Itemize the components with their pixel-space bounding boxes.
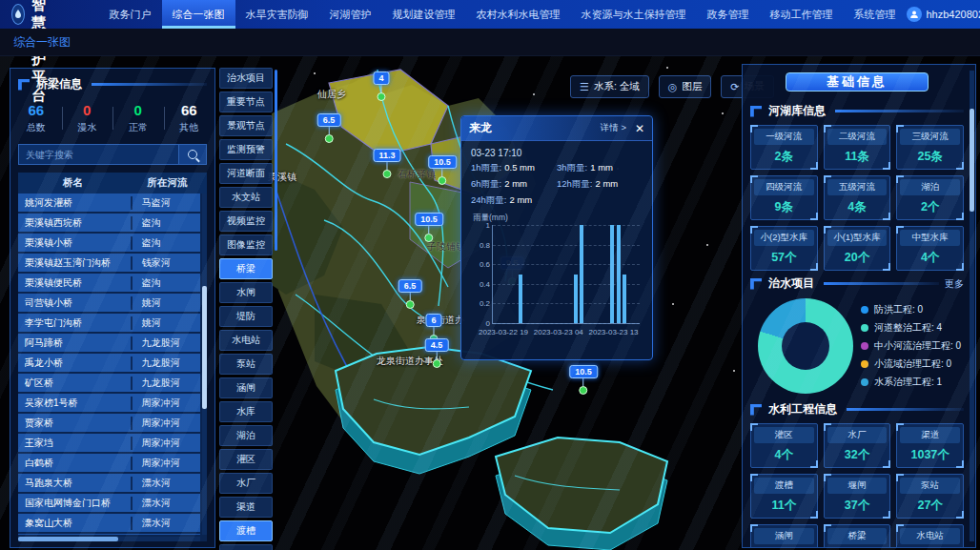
table-row[interactable]: 吴家榜1号桥周家冲河 <box>18 394 200 412</box>
user-menu[interactable]: hhzb42080201 ∨ <box>907 0 980 29</box>
nav-tab[interactable]: 移动工作管理 <box>760 0 844 29</box>
layer-menu-item[interactable]: 水电站 <box>219 330 273 351</box>
map-control-button[interactable]: ☰水系: 全域 <box>570 75 649 98</box>
map-control-button[interactable]: ◎图层 <box>659 75 712 98</box>
map-marker[interactable]: 6.5 <box>398 275 422 309</box>
info-card[interactable]: 四级河流9条 <box>750 175 818 220</box>
layer-menu-item[interactable]: 水文站 <box>219 187 273 208</box>
table-row[interactable]: 矿区桥九龙股河 <box>18 374 200 392</box>
info-card[interactable]: 堰闸37个 <box>824 474 891 519</box>
info-card[interactable]: 二级河流11条 <box>824 125 891 170</box>
layer-menu-item[interactable]: 景观节点 <box>219 115 273 136</box>
table-row[interactable]: 白鹤桥周家冲河 <box>18 454 200 472</box>
table-row[interactable]: 栗溪镇赵玉湾门沟桥钱家河 <box>18 254 200 272</box>
layer-menu-item[interactable]: 治水项目 <box>219 68 273 89</box>
table-row[interactable]: 姚河发灌桥马盗河 <box>18 194 200 212</box>
breadcrumb[interactable]: 综合一张图 <box>13 34 71 51</box>
info-card[interactable]: 三级河流25条 <box>896 125 964 170</box>
marker-stem <box>328 127 329 134</box>
info-card[interactable]: 灌区4个 <box>750 423 818 468</box>
info-card[interactable]: 水厂32个 <box>824 423 891 468</box>
table-vertical-scrollbar[interactable] <box>202 194 207 535</box>
layer-menu-item[interactable]: 泵站 <box>219 354 273 375</box>
map-marker[interactable]: 10.5 <box>428 152 457 185</box>
table-row[interactable]: 禹龙小桥九龙股河 <box>18 354 200 372</box>
layer-menu-item[interactable]: 渡槽 <box>219 520 273 541</box>
projects-more-link[interactable]: 更多 <box>945 277 964 291</box>
table-horizontal-scrollbar[interactable] <box>18 537 200 541</box>
info-card[interactable]: 一级河流2条 <box>750 125 818 170</box>
layer-menu-item[interactable]: 灌区 <box>219 449 273 470</box>
stat-label: 总数 <box>10 121 62 134</box>
layer-menu-item[interactable]: 涵闸 <box>219 377 273 398</box>
map-marker[interactable]: 10.5 <box>415 209 443 242</box>
nav-tab[interactable]: 政务门户 <box>99 0 162 29</box>
info-card[interactable]: 小(1)型水库20个 <box>824 226 891 271</box>
layer-menu-item[interactable]: 水库 <box>219 401 273 422</box>
info-card[interactable]: 渠道1037个 <box>896 423 964 468</box>
info-card[interactable]: 小(2)型水库57个 <box>750 226 818 271</box>
layer-menu-item[interactable]: 渠道 <box>219 497 273 518</box>
table-row[interactable]: 仙居5号堰便桥漂水河 <box>18 534 200 535</box>
info-card[interactable]: 五级河流4条 <box>824 175 891 220</box>
layer-menu-scrollbar[interactable] <box>275 70 277 251</box>
info-card[interactable]: 泵站27个 <box>896 474 964 519</box>
layer-menu-item[interactable]: 视频监控 <box>219 211 273 232</box>
layer-menu-item[interactable]: 河道断面 <box>219 163 273 184</box>
nav-tab[interactable]: 系统管理 <box>844 0 907 29</box>
nav-tab[interactable]: 规划建设管理 <box>382 0 466 29</box>
marker-dot-icon <box>405 300 414 309</box>
basic-info-button[interactable]: 基础信息 <box>786 72 929 92</box>
popup-details-link[interactable]: 详情 > <box>601 122 626 134</box>
table-row[interactable]: 王家垱周家冲河 <box>18 434 200 452</box>
nav-tab[interactable]: 水旱灾害防御 <box>235 0 319 29</box>
nav-tab[interactable]: 综合一张图 <box>162 0 235 29</box>
map-marker[interactable]: 4 <box>373 68 389 101</box>
map-marker[interactable]: 6.5 <box>317 110 341 143</box>
info-card[interactable]: 桥梁66个 <box>824 524 891 548</box>
column-header-bridge: 桥名 <box>18 176 128 190</box>
table-row[interactable]: 栗溪镇小桥盗沟 <box>18 234 200 252</box>
table-row[interactable]: 栗溪镇便民桥盗沟 <box>18 274 200 292</box>
layer-menu-item[interactable]: 堰闸 <box>219 544 273 550</box>
table-row[interactable]: 马跑泉大桥漂水河 <box>18 474 200 492</box>
nav-tab[interactable]: 政务管理 <box>697 0 760 29</box>
close-icon[interactable]: ✕ <box>635 123 644 134</box>
card-label: 湖泊 <box>900 179 960 195</box>
user-avatar-icon <box>907 7 922 22</box>
info-card[interactable]: 湖泊2个 <box>896 175 964 220</box>
info-card[interactable]: 中型水库4个 <box>896 226 964 271</box>
header-line <box>92 83 207 86</box>
table-row[interactable]: 司营镇小桥姚河 <box>18 294 200 312</box>
layer-menu-item[interactable]: 湖泊 <box>219 425 273 446</box>
layer-menu-item[interactable]: 堤防 <box>219 306 273 327</box>
map-marker[interactable]: 4.5 <box>425 335 449 368</box>
info-card[interactable]: 涵闸47个 <box>750 524 818 548</box>
table-row[interactable]: 贾家桥周家冲河 <box>18 414 200 432</box>
map-marker[interactable]: 11.3 <box>373 145 400 178</box>
table-row[interactable]: 阿马蹄桥九龙股河 <box>18 334 200 352</box>
search-button[interactable] <box>178 144 207 165</box>
layer-menu-item[interactable]: 水厂 <box>219 473 273 494</box>
table-row[interactable]: 国家电网博金门口桥漂水河 <box>18 494 200 512</box>
map-marker[interactable]: 10.5 <box>569 361 598 395</box>
search-input[interactable] <box>18 144 178 165</box>
table-row[interactable]: 栗溪镇西垸桥盗沟 <box>18 214 200 232</box>
info-card[interactable]: 水电站3个 <box>896 524 964 548</box>
nav-tab[interactable]: 农村水利水电管理 <box>466 0 571 29</box>
layer-menu-item[interactable]: 重要节点 <box>219 92 273 112</box>
layer-menu-item[interactable]: 桥梁 <box>219 258 273 279</box>
bridge-name-cell: 栗溪镇便民桥 <box>18 276 133 290</box>
layer-menu-item[interactable]: 监测预警 <box>219 139 273 160</box>
layer-menu-item[interactable]: 水闸 <box>219 282 273 303</box>
station-popup: 来龙 详情 > ✕ 03-23 17:10 1h雨量:0.5 mm3h雨量:1 … <box>460 115 653 360</box>
layer-menu-item[interactable]: 图像监控 <box>219 234 273 255</box>
table-row[interactable]: 象窝山大桥漂水河 <box>18 514 200 532</box>
nav-tab[interactable]: 水资源与水土保持管理 <box>571 0 697 29</box>
projects-donut-block: 防洪工程: 0河道整治工程: 4中小河流治理工程: 0小流域治理工程: 0水系治… <box>750 297 964 397</box>
info-card[interactable]: 渡槽11个 <box>750 474 818 519</box>
panel-scrollbar[interactable] <box>970 71 974 541</box>
table-row[interactable]: 李学屯门沟桥姚河 <box>18 314 200 332</box>
nav-tab[interactable]: 河湖管护 <box>319 0 382 29</box>
rain-stat-label: 1h雨量: <box>471 162 501 173</box>
